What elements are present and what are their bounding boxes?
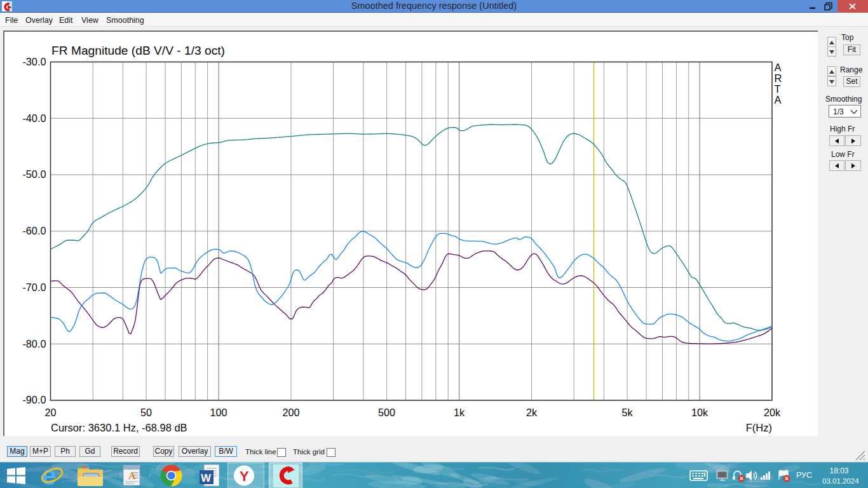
- svg-text:-80.0: -80.0: [22, 338, 46, 349]
- svg-text:R: R: [775, 72, 782, 84]
- svg-text:-50.0: -50.0: [22, 168, 46, 180]
- svg-text:Cursor: 3630.1 Hz, -68.98 dB: Cursor: 3630.1 Hz, -68.98 dB: [51, 422, 187, 433]
- svg-text:20: 20: [44, 407, 56, 418]
- svg-text:200: 200: [282, 407, 299, 418]
- svg-text:2k: 2k: [526, 407, 538, 418]
- svg-text:T: T: [775, 83, 781, 95]
- svg-text:100: 100: [210, 407, 227, 418]
- svg-text:500: 500: [378, 407, 395, 418]
- svg-text:5k: 5k: [622, 407, 634, 418]
- svg-text:-70.0: -70.0: [22, 281, 46, 293]
- svg-text:1k: 1k: [454, 407, 465, 418]
- svg-text:W: W: [201, 472, 212, 484]
- svg-text:-90.0: -90.0: [22, 394, 46, 405]
- svg-text:-60.0: -60.0: [22, 225, 46, 236]
- svg-text:A: A: [775, 94, 782, 105]
- svg-text:Y: Y: [240, 468, 249, 484]
- svg-text:A: A: [775, 62, 782, 73]
- svg-text:F(Hz): F(Hz): [746, 422, 772, 433]
- svg-text:10k: 10k: [691, 407, 709, 418]
- svg-text:50: 50: [140, 407, 152, 418]
- svg-text:-30.0: -30.0: [22, 56, 46, 67]
- svg-text:FR Magnitude (dB V/V - 1/3 oct: FR Magnitude (dB V/V - 1/3 oct): [51, 44, 225, 57]
- svg-text:20k: 20k: [764, 407, 781, 418]
- svg-text:-40.0: -40.0: [22, 112, 46, 124]
